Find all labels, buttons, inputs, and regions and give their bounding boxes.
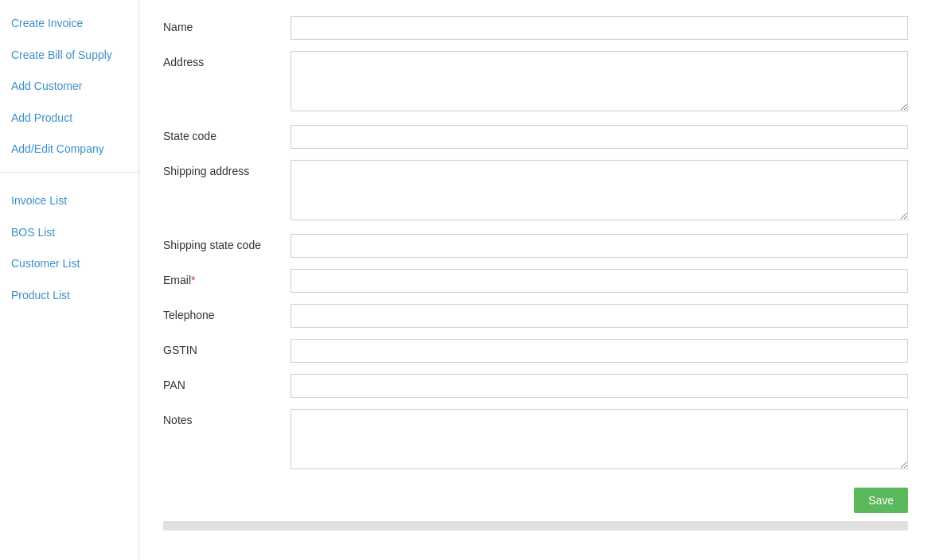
label-pan: PAN — [163, 374, 291, 391]
label-shipping-address: Shipping address — [163, 160, 291, 177]
input-telephone[interactable] — [291, 304, 908, 328]
form-row-email: Email* — [163, 269, 908, 293]
label-gstin: GSTIN — [163, 339, 291, 356]
form-row-shipping-address: Shipping address — [163, 160, 908, 223]
sidebar-item-add-customer[interactable]: Add Customer — [0, 71, 138, 103]
sidebar-item-add-product[interactable]: Add Product — [0, 103, 138, 134]
sidebar-item-invoice-list[interactable]: Invoice List — [0, 185, 138, 217]
form-row-telephone: Telephone — [163, 304, 908, 328]
field-shipping-address — [291, 160, 908, 223]
add-customer-form: NameAddressState codeShipping addressShi… — [163, 16, 908, 472]
textarea-address[interactable] — [291, 51, 908, 111]
field-shipping-state-code — [291, 234, 908, 258]
save-button[interactable]: Save — [854, 488, 908, 513]
main-content: NameAddressState codeShipping addressShi… — [139, 0, 932, 560]
input-gstin[interactable] — [291, 339, 908, 363]
bottom-scrollbar[interactable] — [163, 521, 908, 531]
input-pan[interactable] — [291, 374, 908, 398]
textarea-notes[interactable] — [291, 409, 908, 469]
field-state-code — [291, 125, 908, 149]
sidebar-item-product-list[interactable]: Product List — [0, 280, 138, 312]
field-notes — [291, 409, 908, 472]
input-name[interactable] — [291, 16, 908, 40]
sidebar-item-add-edit-company[interactable]: Add/Edit Company — [0, 134, 138, 165]
app-layout: Create InvoiceCreate Bill of SupplyAdd C… — [0, 0, 932, 560]
label-name: Name — [163, 16, 291, 33]
field-address — [291, 51, 908, 114]
input-email[interactable] — [291, 269, 908, 293]
input-shipping-state-code[interactable] — [291, 234, 908, 258]
label-telephone: Telephone — [163, 304, 291, 321]
sidebar-item-create-bill-of-supply[interactable]: Create Bill of Supply — [0, 40, 138, 72]
form-row-name: Name — [163, 16, 908, 40]
sidebar-item-create-invoice[interactable]: Create Invoice — [0, 8, 138, 40]
label-state-code: State code — [163, 125, 291, 142]
sidebar-group-actions: Create InvoiceCreate Bill of SupplyAdd C… — [0, 8, 138, 173]
form-row-state-code: State code — [163, 125, 908, 149]
form-footer: Save — [163, 488, 908, 513]
sidebar-item-bos-list[interactable]: BOS List — [0, 217, 138, 249]
form-row-gstin: GSTIN — [163, 339, 908, 363]
label-email: Email* — [163, 269, 291, 286]
field-gstin — [291, 339, 908, 363]
form-row-shipping-state-code: Shipping state code — [163, 234, 908, 258]
form-row-pan: PAN — [163, 374, 908, 398]
field-email — [291, 269, 908, 293]
sidebar-group-lists: Invoice ListBOS ListCustomer ListProduct… — [0, 185, 138, 317]
input-state-code[interactable] — [291, 125, 908, 149]
field-pan — [291, 374, 908, 398]
label-notes: Notes — [163, 409, 291, 426]
field-name — [291, 16, 908, 40]
textarea-shipping-address[interactable] — [291, 160, 908, 220]
sidebar-item-customer-list[interactable]: Customer List — [0, 248, 138, 280]
sidebar: Create InvoiceCreate Bill of SupplyAdd C… — [0, 0, 139, 560]
label-address: Address — [163, 51, 291, 68]
form-row-notes: Notes — [163, 409, 908, 472]
field-telephone — [291, 304, 908, 328]
form-row-address: Address — [163, 51, 908, 114]
label-shipping-state-code: Shipping state code — [163, 234, 291, 251]
